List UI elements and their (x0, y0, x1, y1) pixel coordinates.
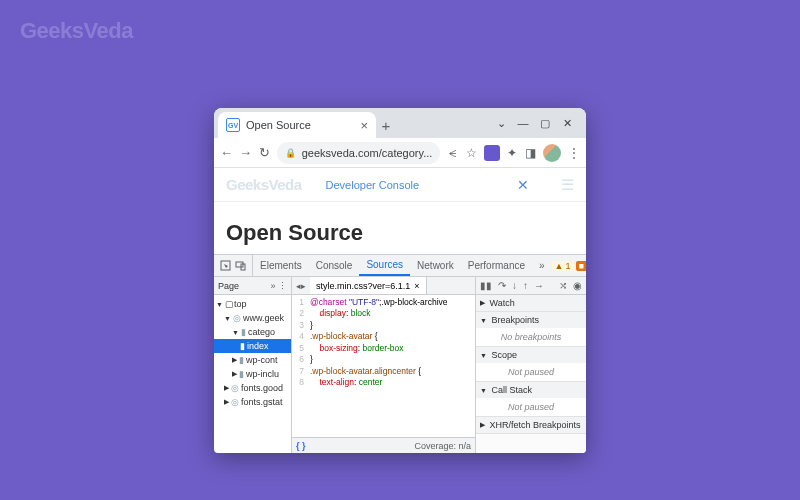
tab-performance[interactable]: Performance (461, 255, 532, 276)
browser-tab[interactable]: GV Open Source × (218, 112, 376, 138)
tab-console[interactable]: Console (309, 255, 360, 276)
minimize-button[interactable]: — (514, 114, 532, 132)
sources-navigator: Page » ⋮ ▼▢ top ▼◎www.geek ▼▮catego ▮ind… (214, 277, 292, 453)
address-bar[interactable]: 🔒 geeksveda.com/category... (277, 142, 441, 164)
file-tree[interactable]: ▼▢ top ▼◎www.geek ▼▮catego ▮index ▶▮wp-c… (214, 295, 291, 453)
step-over-button[interactable]: ↷ (498, 280, 506, 291)
tabs-overflow[interactable]: » (532, 255, 552, 276)
outer-brand: GeeksVeda (20, 18, 133, 44)
maximize-button[interactable]: ▢ (536, 114, 554, 132)
warning-badge[interactable]: ▲ 1 (552, 261, 574, 271)
page-header: GeeksVeda Developer Console ✕ ☰ (214, 168, 586, 202)
tab-sources[interactable]: Sources (359, 255, 410, 276)
new-tab-button[interactable]: + (376, 117, 396, 138)
favicon: GV (226, 118, 240, 132)
step-button[interactable]: → (534, 280, 544, 291)
extension-icon[interactable] (484, 144, 500, 162)
error-badge[interactable]: ■ 1 (576, 261, 586, 271)
navigator-tab[interactable]: Page (218, 281, 239, 291)
tab-network[interactable]: Network (410, 255, 461, 276)
section-watch[interactable]: ▶ Watch (476, 295, 586, 311)
source-editor: ◂▸ style.min.css?ver=6.1.1× 1@charset "U… (292, 277, 476, 453)
section-breakpoints[interactable]: ▼ Breakpoints (476, 312, 586, 328)
chevron-down-icon[interactable]: ⌄ (492, 114, 510, 132)
extensions-button[interactable]: ✦ (506, 144, 519, 162)
step-into-button[interactable]: ↓ (512, 280, 517, 291)
open-file-tab[interactable]: style.min.css?ver=6.1.1× (310, 277, 427, 294)
page-close-icon[interactable]: ✕ (517, 177, 529, 193)
section-scope[interactable]: ▼ Scope (476, 347, 586, 363)
side-panel-icon[interactable]: ◨ (525, 144, 538, 162)
nav-link[interactable]: Developer Console (326, 179, 420, 191)
devtools-tabbar: Elements Console Sources Network Perform… (214, 255, 586, 277)
address-text: geeksveda.com/category... (302, 147, 433, 159)
menu-button[interactable]: ⋮ (567, 144, 580, 162)
browser-window: GV Open Source × + ⌄ — ▢ ✕ ← → ↻ 🔒 geeks… (214, 108, 586, 453)
deactivate-breakpoints[interactable]: ⤭ (559, 280, 567, 291)
navigator-overflow[interactable]: » ⋮ (270, 281, 287, 291)
inspect-icon[interactable] (220, 260, 231, 271)
share-icon[interactable]: ⪪ (446, 144, 459, 162)
debugger-toolbar: ▮▮ ↷ ↓ ↑ → ⤭ ◉ (476, 277, 586, 295)
section-callstack[interactable]: ▼ Call Stack (476, 382, 586, 398)
callstack-empty: Not paused (476, 398, 586, 416)
back-button[interactable]: ← (220, 144, 233, 162)
reload-button[interactable]: ↻ (258, 144, 271, 162)
devtools: Elements Console Sources Network Perform… (214, 254, 586, 453)
step-out-button[interactable]: ↑ (523, 280, 528, 291)
page-title: Open Source (226, 220, 574, 246)
file-tab-nav[interactable]: ◂▸ (292, 281, 310, 291)
page-brand: GeeksVeda (226, 176, 302, 193)
tab-elements[interactable]: Elements (253, 255, 309, 276)
scope-empty: Not paused (476, 363, 586, 381)
tab-title: Open Source (246, 119, 354, 131)
pause-button[interactable]: ▮▮ (480, 280, 492, 291)
bookmark-icon[interactable]: ☆ (465, 144, 478, 162)
browser-toolbar: ← → ↻ 🔒 geeksveda.com/category... ⪪ ☆ ✦ … (214, 138, 586, 168)
close-file-icon[interactable]: × (414, 281, 419, 291)
section-xhr[interactable]: ▶ XHR/fetch Breakpoints (476, 417, 586, 433)
hamburger-icon[interactable]: ☰ (561, 176, 574, 194)
debugger-pane: ▮▮ ↷ ↓ ↑ → ⤭ ◉ ▶ Watch ▼ Breakpoints No … (476, 277, 586, 453)
pretty-print-button[interactable]: { } (296, 441, 306, 451)
tree-item-selected: ▮index (214, 339, 291, 353)
pause-exceptions[interactable]: ◉ (573, 280, 582, 291)
forward-button[interactable]: → (239, 144, 252, 162)
page-content: GeeksVeda Developer Console ✕ ☰ Open Sou… (214, 168, 586, 254)
code-view[interactable]: 1@charset "UTF-8";.wp-block-archive 2 di… (292, 295, 475, 437)
coverage-label: Coverage: n/a (414, 441, 471, 451)
chrome-tabbar: GV Open Source × + ⌄ — ▢ ✕ (214, 108, 586, 138)
breakpoints-empty: No breakpoints (476, 328, 586, 346)
lock-icon: 🔒 (285, 148, 296, 158)
avatar[interactable] (543, 144, 561, 162)
device-icon[interactable] (235, 260, 246, 271)
close-window-button[interactable]: ✕ (558, 114, 576, 132)
close-tab-icon[interactable]: × (360, 118, 368, 133)
